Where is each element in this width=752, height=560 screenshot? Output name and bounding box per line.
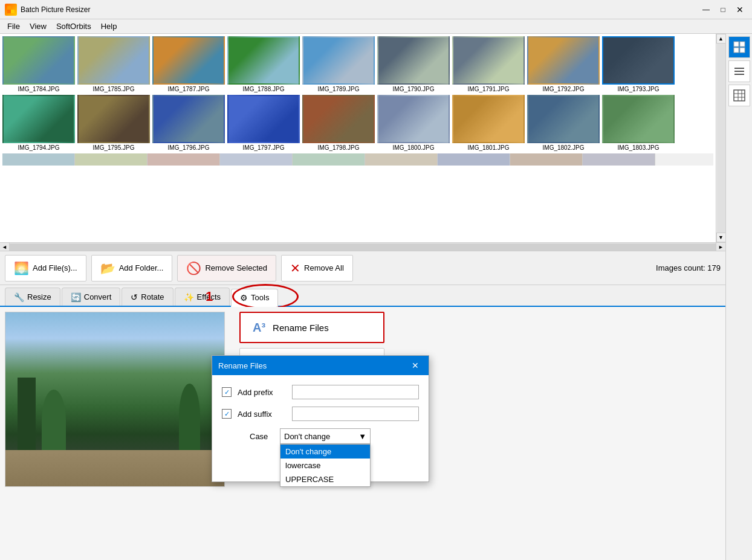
list-item[interactable]: IMG_1785.JPG — [77, 36, 150, 92]
rotate-icon: ↺ — [131, 292, 138, 302]
add-suffix-row: Add suffix — [222, 407, 419, 421]
partial-item — [220, 153, 293, 166]
list-item[interactable]: IMG_1792.JPG — [527, 36, 600, 92]
menu-file[interactable]: File — [2, 21, 25, 32]
tab-effects[interactable]: ✨ Effects — [175, 288, 230, 306]
list-item[interactable]: IMG_1803.JPG — [602, 95, 675, 151]
tab-convert[interactable]: 🔄 Convert — [62, 288, 121, 306]
list-item[interactable]: IMG_1797.JPG — [227, 95, 300, 151]
thumbnails-container: IMG_1784.JPG IMG_1785.JPG IMG_1787.JPG — [0, 34, 716, 242]
close-button[interactable]: ✕ — [733, 4, 747, 16]
case-row: Case Don't change ▼ Don't change lowerca… — [222, 428, 419, 444]
tab-resize[interactable]: 🔧 Resize — [5, 288, 60, 306]
add-prefix-label: Add prefix — [238, 388, 286, 397]
remove-all-button[interactable]: ✕ Remove All — [281, 255, 353, 282]
remove-selected-button[interactable]: 🚫 Remove Selected — [177, 255, 276, 282]
rename-dialog-close-button[interactable]: ✕ — [408, 359, 423, 372]
grid-scrollbar: ▲ ▼ — [716, 34, 725, 242]
case-dropdown-arrow: ▼ — [358, 432, 366, 441]
partial-item — [583, 153, 655, 166]
case-label: Case — [250, 432, 274, 441]
thumbnail-label: IMG_1796.JPG — [168, 144, 210, 151]
app-title: Batch Picture Resizer — [21, 5, 90, 14]
list-item[interactable]: IMG_1793.JPG — [602, 36, 675, 92]
grid-icon — [733, 41, 745, 53]
list-item[interactable]: IMG_1790.JPG — [377, 36, 450, 92]
add-folder-button[interactable]: 📂 Add Folder... — [91, 255, 173, 282]
list-item[interactable]: IMG_1796.JPG — [152, 95, 225, 151]
preview-image — [5, 312, 225, 487]
sidebar-thumbnail-view-button[interactable] — [728, 36, 750, 58]
window-controls: — □ ✕ — [699, 4, 747, 16]
remove-selected-icon: 🚫 — [186, 261, 201, 275]
add-prefix-input[interactable] — [292, 385, 419, 399]
list-item[interactable]: IMG_1795.JPG — [77, 95, 150, 151]
horizontal-scrollbar[interactable]: ◄ ► — [0, 242, 725, 251]
thumbnail-image — [77, 36, 150, 85]
list-item[interactable]: IMG_1787.JPG — [152, 36, 225, 92]
thumbnail-label: IMG_1784.JPG — [18, 86, 60, 92]
rename-files-dialog: Rename Files ✕ Add prefix Add suffix — [212, 355, 429, 482]
thumbnail-label: IMG_1791.JPG — [468, 86, 510, 92]
list-item[interactable]: IMG_1802.JPG — [527, 95, 600, 151]
list-item[interactable]: IMG_1788.JPG — [227, 36, 300, 92]
rename-files-button[interactable]: A³ Rename Files — [239, 312, 384, 343]
thumbnail-image — [227, 36, 300, 85]
add-files-button[interactable]: 🌅 Add File(s)... — [5, 255, 86, 282]
partial-item — [147, 153, 220, 166]
thumbnail-image — [2, 36, 75, 85]
add-suffix-checkbox[interactable] — [222, 409, 232, 419]
scroll-right-button[interactable]: ► — [716, 243, 725, 251]
right-sidebar — [725, 34, 752, 560]
case-select[interactable]: Don't change ▼ — [280, 428, 371, 444]
partial-item — [2, 153, 75, 166]
tab-resize-label: Resize — [27, 292, 51, 301]
svg-rect-3 — [734, 42, 739, 47]
list-item[interactable]: IMG_1784.JPG — [2, 36, 75, 92]
list-item[interactable]: IMG_1794.JPG — [2, 95, 75, 151]
image-grid-area: IMG_1784.JPG IMG_1785.JPG IMG_1787.JPG — [0, 34, 725, 251]
sidebar-list-view-button[interactable] — [728, 60, 750, 82]
sidebar-table-view-button[interactable] — [728, 85, 750, 106]
scroll-track[interactable] — [717, 43, 725, 233]
images-count: Images count: 179 — [656, 263, 721, 272]
dropdown-option-uppercase[interactable]: UPPERCASE — [280, 472, 370, 486]
list-item[interactable]: IMG_1789.JPG — [302, 36, 375, 92]
case-select-container: Don't change ▼ Don't change lowercase UP… — [280, 428, 419, 444]
partial-item — [75, 153, 147, 166]
list-item[interactable]: IMG_1798.JPG — [302, 95, 375, 151]
add-folder-icon: 📂 — [100, 261, 115, 275]
tab-tools[interactable]: ⚙ Tools — [231, 289, 278, 307]
list-item[interactable]: IMG_1801.JPG — [452, 95, 525, 151]
dropdown-option-lowercase[interactable]: lowercase — [280, 459, 370, 472]
tab-rotate-label: Rotate — [141, 292, 164, 301]
scroll-left-button[interactable]: ◄ — [0, 243, 10, 251]
content-area: A³ Rename Files A Watermarks 2 Rename Fi… — [0, 307, 725, 560]
minimize-button[interactable]: — — [699, 4, 713, 16]
add-folder-label: Add Folder... — [119, 263, 164, 272]
thumbnail-label: IMG_1801.JPG — [468, 144, 510, 151]
menu-softorbits[interactable]: SoftOrbits — [51, 21, 96, 32]
menu-help[interactable]: Help — [96, 21, 122, 32]
list-item[interactable]: IMG_1800.JPG — [377, 95, 450, 151]
thumbnail-label: IMG_1798.JPG — [318, 144, 360, 151]
convert-icon: 🔄 — [71, 292, 81, 302]
horizontal-scroll-track[interactable] — [10, 243, 716, 251]
table-icon — [733, 89, 745, 101]
thumbnails-row-2: IMG_1794.JPG IMG_1795.JPG IMG_1796.JPG — [2, 95, 713, 151]
scroll-down-button[interactable]: ▼ — [716, 233, 726, 242]
menubar: File View SoftOrbits Help — [0, 19, 752, 34]
add-prefix-checkbox[interactable] — [222, 387, 232, 397]
add-suffix-input[interactable] — [292, 407, 419, 421]
maximize-button[interactable]: □ — [716, 4, 730, 16]
tab-rotate[interactable]: ↺ Rotate — [122, 288, 173, 306]
partial-row — [2, 153, 713, 166]
dropdown-option-dont-change[interactable]: Don't change — [280, 445, 370, 459]
thumbnail-image — [377, 95, 450, 143]
remove-all-icon: ✕ — [290, 261, 300, 275]
list-item[interactable]: IMG_1791.JPG — [452, 36, 525, 92]
scroll-up-button[interactable]: ▲ — [716, 34, 726, 43]
thumbnail-label: IMG_1790.JPG — [393, 86, 435, 92]
menu-view[interactable]: View — [25, 21, 51, 32]
case-select-value: Don't change — [284, 432, 330, 441]
